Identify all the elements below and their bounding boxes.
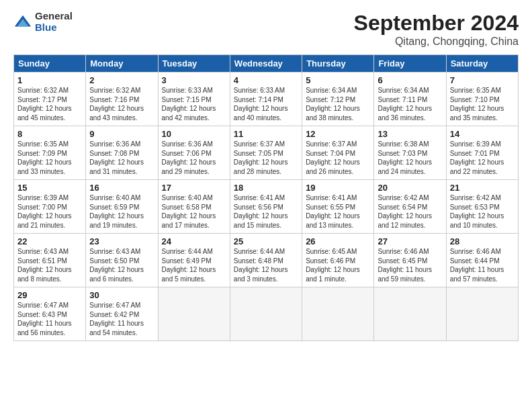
table-row: 19 Sunrise: 6:41 AMSunset: 6:55 PMDaylig…	[302, 180, 374, 234]
day-detail: Sunrise: 6:32 AMSunset: 7:16 PMDaylight:…	[89, 87, 144, 122]
day-detail: Sunrise: 6:40 AMSunset: 6:58 PMDaylight:…	[162, 194, 216, 229]
header-friday: Friday	[374, 55, 446, 73]
header-tuesday: Tuesday	[158, 55, 230, 73]
table-row: 2 Sunrise: 6:32 AMSunset: 7:16 PMDayligh…	[86, 73, 158, 126]
calendar-week-row: 29 Sunrise: 6:47 AMSunset: 6:43 PMDaylig…	[14, 287, 519, 341]
day-number: 25	[234, 236, 298, 246]
header-monday: Monday	[86, 55, 158, 73]
table-row	[302, 287, 374, 341]
day-detail: Sunrise: 6:41 AMSunset: 6:55 PMDaylight:…	[306, 194, 360, 229]
day-number: 18	[234, 183, 298, 193]
weekday-header-row: Sunday Monday Tuesday Wednesday Thursday…	[14, 55, 519, 73]
table-row: 13 Sunrise: 6:38 AMSunset: 7:03 PMDaylig…	[374, 126, 446, 180]
day-number: 2	[89, 75, 154, 85]
table-row: 10 Sunrise: 6:36 AMSunset: 7:06 PMDaylig…	[158, 126, 230, 180]
day-detail: Sunrise: 6:42 AMSunset: 6:54 PMDaylight:…	[378, 194, 432, 229]
day-detail: Sunrise: 6:37 AMSunset: 7:04 PMDaylight:…	[306, 140, 360, 175]
day-number: 8	[17, 129, 82, 139]
day-detail: Sunrise: 6:44 AMSunset: 6:48 PMDaylight:…	[234, 248, 288, 283]
day-detail: Sunrise: 6:43 AMSunset: 6:50 PMDaylight:…	[89, 248, 144, 283]
header-saturday: Saturday	[446, 55, 518, 73]
title-area: September 2024 Qitang, Chongqing, China	[354, 11, 519, 48]
day-number: 27	[378, 236, 442, 246]
day-number: 10	[162, 129, 226, 139]
day-detail: Sunrise: 6:33 AMSunset: 7:15 PMDaylight:…	[162, 87, 216, 122]
table-row: 21 Sunrise: 6:42 AMSunset: 6:53 PMDaylig…	[446, 180, 518, 234]
table-row: 17 Sunrise: 6:40 AMSunset: 6:58 PMDaylig…	[158, 180, 230, 234]
day-number: 26	[306, 236, 370, 246]
day-detail: Sunrise: 6:47 AMSunset: 6:43 PMDaylight:…	[17, 302, 72, 336]
day-detail: Sunrise: 6:45 AMSunset: 6:46 PMDaylight:…	[306, 248, 360, 283]
day-detail: Sunrise: 6:36 AMSunset: 7:08 PMDaylight:…	[89, 140, 144, 175]
table-row: 27 Sunrise: 6:46 AMSunset: 6:45 PMDaylig…	[374, 234, 446, 287]
table-row: 30 Sunrise: 6:47 AMSunset: 6:42 PMDaylig…	[86, 287, 158, 341]
day-detail: Sunrise: 6:46 AMSunset: 6:44 PMDaylight:…	[450, 248, 504, 283]
day-detail: Sunrise: 6:47 AMSunset: 6:42 PMDaylight:…	[89, 302, 144, 336]
day-number: 17	[162, 183, 226, 193]
table-row: 1 Sunrise: 6:32 AMSunset: 7:17 PMDayligh…	[14, 73, 86, 126]
day-number: 21	[450, 183, 515, 193]
day-number: 1	[17, 75, 82, 85]
calendar-week-row: 1 Sunrise: 6:32 AMSunset: 7:17 PMDayligh…	[14, 73, 519, 126]
logo: General Blue	[13, 11, 73, 33]
day-number: 23	[89, 236, 154, 246]
table-row: 14 Sunrise: 6:39 AMSunset: 7:01 PMDaylig…	[446, 126, 518, 180]
day-detail: Sunrise: 6:34 AMSunset: 7:12 PMDaylight:…	[306, 87, 360, 122]
day-detail: Sunrise: 6:34 AMSunset: 7:11 PMDaylight:…	[378, 87, 432, 122]
day-detail: Sunrise: 6:43 AMSunset: 6:51 PMDaylight:…	[17, 248, 72, 283]
logo-blue-text: Blue	[35, 22, 73, 34]
table-row: 22 Sunrise: 6:43 AMSunset: 6:51 PMDaylig…	[14, 234, 86, 287]
day-number: 30	[89, 290, 154, 300]
day-number: 22	[17, 236, 82, 246]
calendar-week-row: 22 Sunrise: 6:43 AMSunset: 6:51 PMDaylig…	[14, 234, 519, 287]
day-detail: Sunrise: 6:37 AMSunset: 7:05 PMDaylight:…	[234, 140, 288, 175]
table-row: 11 Sunrise: 6:37 AMSunset: 7:05 PMDaylig…	[230, 126, 302, 180]
day-number: 7	[450, 75, 515, 85]
location-title: Qitang, Chongqing, China	[354, 36, 519, 48]
table-row: 25 Sunrise: 6:44 AMSunset: 6:48 PMDaylig…	[230, 234, 302, 287]
table-row: 24 Sunrise: 6:44 AMSunset: 6:49 PMDaylig…	[158, 234, 230, 287]
calendar-page: General Blue September 2024 Qitang, Chon…	[0, 0, 532, 348]
table-row: 29 Sunrise: 6:47 AMSunset: 6:43 PMDaylig…	[14, 287, 86, 341]
table-row: 28 Sunrise: 6:46 AMSunset: 6:44 PMDaylig…	[446, 234, 518, 287]
calendar-table: Sunday Monday Tuesday Wednesday Thursday…	[13, 54, 519, 341]
header-area: General Blue September 2024 Qitang, Chon…	[13, 11, 519, 48]
day-detail: Sunrise: 6:35 AMSunset: 7:10 PMDaylight:…	[450, 87, 504, 122]
table-row: 23 Sunrise: 6:43 AMSunset: 6:50 PMDaylig…	[86, 234, 158, 287]
day-number: 20	[378, 183, 442, 193]
day-number: 9	[89, 129, 154, 139]
day-number: 11	[234, 129, 298, 139]
day-detail: Sunrise: 6:40 AMSunset: 6:59 PMDaylight:…	[89, 194, 144, 229]
table-row	[230, 287, 302, 341]
day-number: 6	[378, 75, 442, 85]
day-detail: Sunrise: 6:42 AMSunset: 6:53 PMDaylight:…	[450, 194, 504, 229]
day-detail: Sunrise: 6:46 AMSunset: 6:45 PMDaylight:…	[378, 248, 432, 283]
table-row: 12 Sunrise: 6:37 AMSunset: 7:04 PMDaylig…	[302, 126, 374, 180]
day-number: 3	[162, 75, 226, 85]
table-row: 15 Sunrise: 6:39 AMSunset: 7:00 PMDaylig…	[14, 180, 86, 234]
table-row: 6 Sunrise: 6:34 AMSunset: 7:11 PMDayligh…	[374, 73, 446, 126]
day-number: 24	[162, 236, 226, 246]
day-number: 12	[306, 129, 370, 139]
table-row	[158, 287, 230, 341]
table-row: 20 Sunrise: 6:42 AMSunset: 6:54 PMDaylig…	[374, 180, 446, 234]
logo-text: General Blue	[35, 11, 73, 33]
day-detail: Sunrise: 6:38 AMSunset: 7:03 PMDaylight:…	[378, 140, 432, 175]
month-title: September 2024	[354, 11, 519, 36]
table-row: 5 Sunrise: 6:34 AMSunset: 7:12 PMDayligh…	[302, 73, 374, 126]
day-number: 29	[17, 290, 82, 300]
calendar-week-row: 15 Sunrise: 6:39 AMSunset: 7:00 PMDaylig…	[14, 180, 519, 234]
day-detail: Sunrise: 6:41 AMSunset: 6:56 PMDaylight:…	[234, 194, 288, 229]
day-number: 4	[234, 75, 298, 85]
header-thursday: Thursday	[302, 55, 374, 73]
day-detail: Sunrise: 6:44 AMSunset: 6:49 PMDaylight:…	[162, 248, 216, 283]
table-row	[374, 287, 446, 341]
header-wednesday: Wednesday	[230, 55, 302, 73]
day-number: 15	[17, 183, 82, 193]
day-number: 13	[378, 129, 442, 139]
day-number: 14	[450, 129, 515, 139]
day-number: 5	[306, 75, 370, 85]
calendar-week-row: 8 Sunrise: 6:35 AMSunset: 7:09 PMDayligh…	[14, 126, 519, 180]
table-row: 4 Sunrise: 6:33 AMSunset: 7:14 PMDayligh…	[230, 73, 302, 126]
logo-general-text: General	[35, 11, 73, 22]
